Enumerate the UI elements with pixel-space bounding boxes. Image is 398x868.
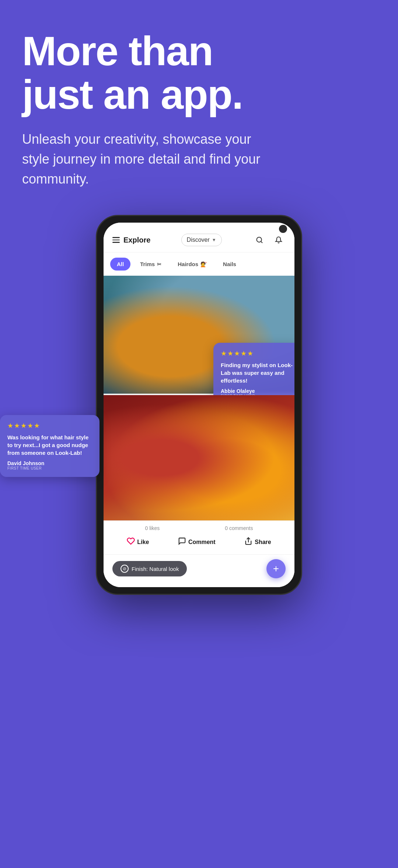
like-button[interactable]: Like [127,537,149,547]
share-icon [244,537,252,547]
comment-icon [178,537,186,547]
share-button[interactable]: Share [244,537,271,547]
review-text-right: Finding my stylist on Look-Lab was super… [221,361,294,384]
menu-icon[interactable] [112,237,120,243]
tab-nails[interactable]: Nails [216,258,243,271]
bottom-actions: Like Comment [104,533,294,555]
category-tabs: All Trims ✂ Hairdos 💇 Nails [104,252,294,276]
dropdown-label: Discover [187,237,210,243]
bottom-pill-bar: ⊘ Finish: Natural look + [104,555,294,587]
tab-trims-label: Trims [140,261,155,267]
tab-hairdos[interactable]: Hairdos 💇 [171,258,213,271]
explore-label: Explore [123,236,150,244]
topbar-icons [252,233,286,247]
tab-all[interactable]: All [110,258,130,271]
app-content: Explore Discover ▼ [104,223,294,587]
stars-left: ★★★★★ [7,422,92,430]
scissors-icon: ✂ [157,261,161,267]
bell-icon[interactable] [272,233,286,247]
phone-screen: Explore Discover ▼ [104,223,294,587]
comments-count: 0 comments [225,525,253,531]
finish-pill[interactable]: ⊘ Finish: Natural look [112,561,187,576]
topbar-left: Explore [112,236,150,244]
chevron-down-icon: ▼ [212,237,216,243]
finish-icon: ⊘ [121,565,129,573]
tab-trims[interactable]: Trims ✂ [133,258,168,271]
comment-button[interactable]: Comment [178,537,216,547]
tab-hairdos-label: Hairdos [178,261,198,267]
stars-right: ★★★★★ [221,349,294,358]
bottom-stats: 0 likes 0 comments [104,520,294,533]
search-icon[interactable] [252,233,266,247]
hero-section: More than just an app. Unleash your crea… [0,0,398,204]
smiling-image [104,395,294,520]
svg-line-1 [261,241,262,243]
reviewer-name-right: Abbie Olaleye [221,388,294,394]
like-label: Like [137,539,149,545]
review-text-left: Was looking for what hair style to try n… [7,433,92,457]
fab-button[interactable]: + [266,559,286,578]
hero-subtitle: Unleash your creativity, showcase your s… [22,129,273,189]
hairdryer-icon: 💇 [200,261,207,267]
discover-dropdown[interactable]: Discover ▼ [181,234,222,246]
phone-frame: Explore Discover ▼ [96,215,302,595]
comment-label: Comment [188,539,216,545]
reviewer-tag-left: FIRST TIME USER [7,466,92,470]
hero-title: More than just an app. [22,29,376,116]
image-slot-bottom [104,395,294,520]
heart-icon [127,537,135,547]
image-slot-top: ★★★★★ Finding my stylist on Look-Lab was… [104,276,294,394]
image-grid: ★★★★★ Finding my stylist on Look-Lab was… [104,276,294,520]
finish-pill-label: Finish: Natural look [132,566,179,572]
phone-wrapper: ★★★★★ Was looking for what hair style to… [0,204,398,617]
review-card-left: ★★★★★ Was looking for what hair style to… [0,415,100,477]
app-topbar: Explore Discover ▼ [104,223,294,252]
share-label: Share [255,539,271,545]
likes-count: 0 likes [145,525,160,531]
reviewer-name-left: David Johnson [7,460,92,466]
fab-label: + [273,563,279,575]
